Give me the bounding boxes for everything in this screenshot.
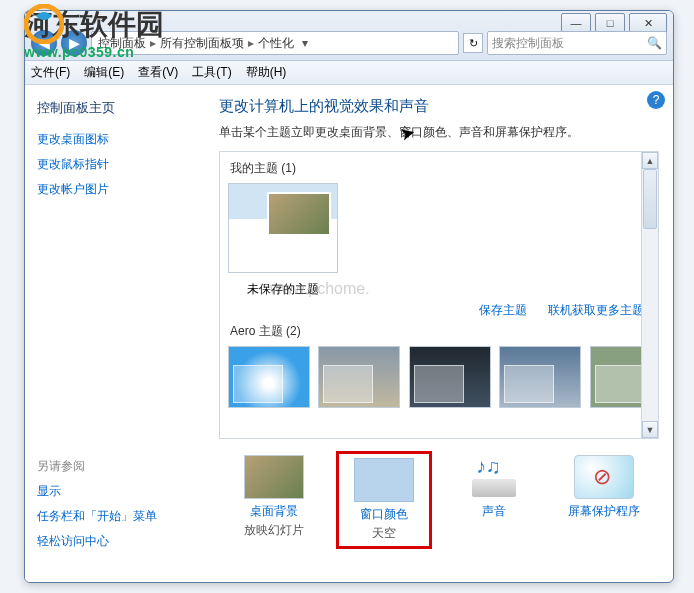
save-theme-link[interactable]: 保存主题 — [479, 303, 527, 317]
screensaver-option[interactable]: 屏幕保护程序 — [556, 451, 652, 549]
themes-scrollbar[interactable]: ▲ ▼ — [641, 152, 658, 438]
help-icon[interactable]: ? — [647, 91, 665, 109]
scroll-up-button[interactable]: ▲ — [642, 152, 658, 169]
bottom-options-row: 桌面背景 放映幻灯片 窗口颜色 天空 声音 屏幕保护程序 — [219, 451, 659, 549]
sound-icon — [464, 455, 524, 499]
menu-edit[interactable]: 编辑(E) — [84, 64, 124, 81]
aero-theme-landscapes[interactable] — [499, 346, 581, 408]
my-themes-label: 我的主题 (1) — [230, 160, 650, 177]
nav-forward-button[interactable]: ▶ — [61, 30, 87, 56]
watermark-logo-icon — [24, 4, 64, 44]
aero-themes-label: Aero 主题 (2) — [230, 323, 650, 340]
screensaver-label: 屏幕保护程序 — [558, 503, 650, 520]
personalization-window: — □ ✕ ◀ ▶ 控制面板 ▸ 所有控制面板项 ▸ 个性化 ▾ ↻ 搜索控制面… — [24, 10, 674, 583]
breadcrumb-seg-all-items[interactable]: 所有控制面板项 — [158, 35, 246, 52]
sidebar-home[interactable]: 控制面板主页 — [37, 99, 193, 117]
breadcrumb-sep-icon: ▸ — [148, 36, 158, 50]
menubar: 文件(F) 编辑(E) 查看(V) 工具(T) 帮助(H) — [25, 61, 673, 85]
sidebar-link-taskbar[interactable]: 任务栏和「开始」菜单 — [37, 508, 193, 525]
sound-option[interactable]: 声音 — [446, 451, 542, 549]
breadcrumb-dropdown-icon[interactable]: ▾ — [296, 36, 314, 50]
screensaver-icon — [574, 455, 634, 499]
titlebar: — □ ✕ ◀ ▶ 控制面板 ▸ 所有控制面板项 ▸ 个性化 ▾ ↻ 搜索控制面… — [25, 11, 673, 61]
desktop-background-icon — [244, 455, 304, 499]
sound-label: 声音 — [448, 503, 540, 520]
sidebar: 控制面板主页 更改桌面图标 更改鼠标指针 更改帐户图片 另请参阅 显示 任务栏和… — [25, 85, 205, 582]
sidebar-link-account-picture[interactable]: 更改帐户图片 — [37, 181, 193, 198]
sidebar-link-mouse-pointers[interactable]: 更改鼠标指针 — [37, 156, 193, 173]
sidebar-link-ease-of-access[interactable]: 轻松访问中心 — [37, 533, 193, 550]
content-area: ? 更改计算机上的视觉效果和声音 单击某个主题立即更改桌面背景、窗口颜色、声音和… — [205, 85, 673, 582]
aero-theme-characters[interactable] — [409, 346, 491, 408]
refresh-button[interactable]: ↻ — [463, 33, 483, 53]
search-icon[interactable]: 🔍 — [647, 36, 662, 50]
window-color-sub: 天空 — [341, 525, 427, 542]
menu-file[interactable]: 文件(F) — [31, 64, 70, 81]
menu-view[interactable]: 查看(V) — [138, 64, 178, 81]
search-placeholder: 搜索控制面板 — [492, 35, 564, 52]
window-color-option[interactable]: 窗口颜色 天空 — [336, 451, 432, 549]
breadcrumb-seg-personalization[interactable]: 个性化 — [256, 35, 296, 52]
address-bar[interactable]: 控制面板 ▸ 所有控制面板项 ▸ 个性化 ▾ — [91, 31, 459, 55]
breadcrumb-sep-icon: ▸ — [246, 36, 256, 50]
aero-theme-windows7[interactable] — [228, 346, 310, 408]
scroll-thumb[interactable] — [643, 169, 657, 229]
menu-help[interactable]: 帮助(H) — [246, 64, 287, 81]
sidebar-link-display[interactable]: 显示 — [37, 483, 193, 500]
menu-tools[interactable]: 工具(T) — [192, 64, 231, 81]
svg-point-0 — [26, 6, 62, 42]
desktop-background-sub: 放映幻灯片 — [228, 522, 320, 539]
page-subtext: 单击某个主题立即更改桌面背景、窗口颜色、声音和屏幕保护程序。 — [219, 124, 659, 141]
window-color-label: 窗口颜色 — [341, 506, 427, 523]
page-title: 更改计算机上的视觉效果和声音 — [219, 97, 659, 116]
sidebar-see-also-label: 另请参阅 — [37, 458, 193, 475]
more-themes-link[interactable]: 联机获取更多主题 — [548, 303, 644, 317]
window-color-icon — [354, 458, 414, 502]
breadcrumb-seg-control-panel[interactable]: 控制面板 — [96, 35, 148, 52]
aero-theme-architecture[interactable] — [318, 346, 400, 408]
theme-unsaved[interactable] — [228, 183, 338, 273]
theme-unsaved-label: 未保存的主题 — [228, 281, 338, 298]
search-input[interactable]: 搜索控制面板 🔍 — [487, 31, 667, 55]
themes-panel: 我的主题 (1) 未保存的主题 保存主题 联机获取更多主题 Aero 主题 (2… — [219, 151, 659, 439]
sidebar-link-desktop-icons[interactable]: 更改桌面图标 — [37, 131, 193, 148]
scroll-down-button[interactable]: ▼ — [642, 421, 658, 438]
desktop-background-option[interactable]: 桌面背景 放映幻灯片 — [226, 451, 322, 549]
desktop-background-label: 桌面背景 — [228, 503, 320, 520]
